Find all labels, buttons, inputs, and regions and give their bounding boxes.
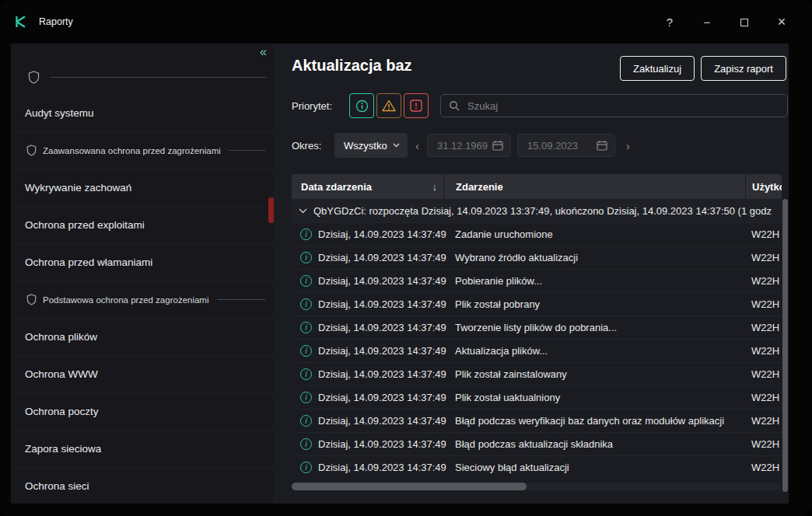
- event-user: W22H: [745, 415, 782, 427]
- maximize-button[interactable]: [736, 16, 753, 29]
- table-row[interactable]: iDzisiaj, 14.09.2023 14:37:49 Pobieranie…: [292, 269, 782, 292]
- event-user: W22H: [745, 368, 782, 380]
- shield-icon: [28, 71, 40, 84]
- table-row[interactable]: iDzisiaj, 14.09.2023 14:37:49 Plik zosta…: [292, 385, 782, 409]
- sidebar-item-ochrona-sieci[interactable]: Ochrona sieci: [11, 468, 273, 504]
- vertical-scrollbar[interactable]: [782, 199, 788, 492]
- period-prev-button[interactable]: ‹: [408, 139, 427, 152]
- chevron-down-icon: [393, 143, 400, 148]
- help-button[interactable]: ?: [661, 16, 678, 29]
- table-row[interactable]: iDzisiaj, 14.09.2023 14:37:49 Aktualizac…: [292, 339, 782, 362]
- shield-icon: [26, 294, 37, 305]
- sidebar-item-label: Ochrona sieci: [25, 480, 89, 492]
- severity-info-filter-button[interactable]: [349, 93, 374, 118]
- event-name: Błąd podczas aktualizacji składnika: [443, 438, 745, 450]
- horizontal-scrollbar-thumb[interactable]: [292, 483, 527, 490]
- date-from-field[interactable]: 31.12.1969: [427, 134, 511, 157]
- search-input[interactable]: [466, 99, 779, 113]
- event-user: W22H: [745, 298, 782, 310]
- info-icon: i: [300, 275, 312, 287]
- table-row[interactable]: iDzisiaj, 14.09.2023 14:37:49 Tworzenie …: [292, 316, 782, 339]
- date-from-value: 31.12.1969: [437, 140, 488, 152]
- event-name: Sieciowy błąd aktualizacji: [443, 462, 745, 473]
- event-name: Pobieranie plików...: [443, 275, 745, 287]
- save-report-button[interactable]: Zapisz raport: [701, 56, 786, 81]
- sidebar-item-wykrywanie-zachowan[interactable]: Wykrywanie zachowań: [11, 169, 273, 207]
- period-selected-value: Wszystko: [344, 140, 387, 152]
- sidebar-item-ochrona-plikow[interactable]: Ochrona plików: [11, 319, 273, 356]
- events-table: Data zdarzenia ↓ Zdarzenie Użytko QbYGDz…: [292, 174, 782, 479]
- info-icon: i: [300, 368, 312, 380]
- horizontal-scrollbar[interactable]: [292, 483, 782, 490]
- event-user: W22H: [745, 275, 782, 287]
- sidebar-item-label: Ochrona poczty: [25, 406, 99, 417]
- calendar-icon: [492, 140, 503, 151]
- column-label: Zdarzenie: [456, 181, 503, 193]
- sidebar-item-ochrona-www[interactable]: Ochrona WWW: [11, 356, 273, 393]
- minimize-button[interactable]: −: [698, 16, 716, 29]
- close-button[interactable]: ×: [773, 14, 790, 30]
- task-group-row[interactable]: QbYGDzCi: rozpoczęta Dzisiaj, 14.09.2023…: [292, 199, 782, 222]
- table-header: Data zdarzenia ↓ Zdarzenie Użytko: [292, 174, 782, 199]
- chevron-down-icon: [299, 208, 307, 214]
- window-title: Raporty: [39, 16, 73, 27]
- info-circle-icon: [355, 99, 369, 113]
- titlebar: Raporty ? − ×: [0, 0, 812, 44]
- event-date: Dzisiaj, 14.09.2023 14:37:49: [318, 462, 446, 473]
- column-header-user[interactable]: Użytko: [745, 174, 782, 199]
- section-label: Zaawansowana ochrona przed zagrożeniami: [43, 146, 221, 155]
- group-header-text: QbYGDzCi: rozpoczęta Dzisiaj, 14.09.2023…: [313, 205, 772, 217]
- sidebar-item-label: Wykrywanie zachowań: [25, 182, 131, 194]
- event-name: Plik został pobrany: [443, 298, 745, 310]
- update-button[interactable]: Zaktualizuj: [620, 56, 695, 81]
- event-user: W22H: [745, 345, 782, 357]
- table-row[interactable]: iDzisiaj, 14.09.2023 14:37:49 Plik zosta…: [292, 292, 782, 316]
- table-row[interactable]: iDzisiaj, 14.09.2023 14:37:49 Błąd podcz…: [292, 409, 782, 432]
- event-date: Dzisiaj, 14.09.2023 14:37:49: [318, 438, 446, 450]
- shield-icon: [26, 145, 37, 156]
- search-icon: [449, 100, 460, 111]
- event-date: Dzisiaj, 14.09.2023 14:37:49: [318, 392, 446, 403]
- date-to-value: 15.09.2023: [527, 140, 578, 152]
- sidebar-item-zapora-sieciowa[interactable]: Zapora sieciowa: [11, 431, 273, 468]
- severity-critical-filter-button[interactable]: [404, 93, 429, 118]
- event-name: Plik został zainstalowany: [443, 368, 745, 380]
- table-row[interactable]: iDzisiaj, 14.09.2023 14:37:49 Sieciowy b…: [292, 455, 782, 479]
- sidebar-item-ochrona-przed-exploitami[interactable]: Ochrona przed exploitami: [11, 207, 273, 244]
- sidebar-item-ochrona-poczty[interactable]: Ochrona poczty: [11, 393, 273, 431]
- sidebar-collapse-button[interactable]: «: [260, 45, 267, 59]
- info-icon: i: [300, 298, 312, 310]
- column-label: Użytko: [752, 181, 782, 193]
- event-name: Błąd podczas weryfikacji baz danych oraz…: [443, 415, 745, 427]
- event-user: W22H: [745, 438, 782, 450]
- info-icon: i: [300, 415, 312, 427]
- event-user: W22H: [745, 392, 782, 403]
- info-icon: i: [300, 322, 312, 333]
- event-user: W22H: [745, 228, 782, 240]
- period-dropdown[interactable]: Wszystko: [334, 133, 408, 158]
- priority-filter-row: Priorytet:: [292, 93, 788, 118]
- table-row[interactable]: iDzisiaj, 14.09.2023 14:37:49 Wybrano źr…: [292, 246, 782, 269]
- event-date: Dzisiaj, 14.09.2023 14:37:49: [318, 298, 446, 310]
- table-row[interactable]: iDzisiaj, 14.09.2023 14:37:49 Plik zosta…: [292, 362, 782, 385]
- event-date: Dzisiaj, 14.09.2023 14:37:49: [318, 228, 446, 240]
- kaspersky-logo-icon: [11, 12, 31, 32]
- sidebar-item-ochrona-przed-wlamaniami[interactable]: Ochrona przed włamaniami: [11, 244, 273, 281]
- sidebar-item-audyt-systemu[interactable]: Audyt systemu: [11, 95, 273, 132]
- table-row[interactable]: iDzisiaj, 14.09.2023 14:37:49 Błąd podcz…: [292, 432, 782, 455]
- table-row[interactable]: iDzisiaj, 14.09.2023 14:37:49 Zadanie ur…: [292, 222, 782, 246]
- maximize-icon: [740, 19, 748, 26]
- event-user: W22H: [745, 322, 782, 333]
- column-header-event[interactable]: Zdarzenie: [443, 174, 745, 199]
- event-date: Dzisiaj, 14.09.2023 14:37:49: [318, 368, 446, 380]
- search-field[interactable]: [440, 94, 788, 117]
- sidebar-item-label: Ochrona plików: [25, 331, 97, 343]
- vertical-scrollbar-thumb[interactable]: [782, 199, 788, 492]
- priority-label: Priorytet:: [292, 100, 349, 112]
- date-to-field[interactable]: 15.09.2023: [517, 134, 615, 157]
- period-next-button[interactable]: ›: [618, 139, 638, 152]
- main-panel: Aktualizacja baz Zaktualizuj Zapisz rapo…: [273, 44, 789, 504]
- column-header-date[interactable]: Data zdarzenia ↓: [292, 174, 443, 199]
- severity-warning-filter-button[interactable]: [376, 93, 401, 118]
- period-filter-row: Okres: Wszystko ‹ 31.12.1969 15.09.2023 …: [292, 132, 788, 159]
